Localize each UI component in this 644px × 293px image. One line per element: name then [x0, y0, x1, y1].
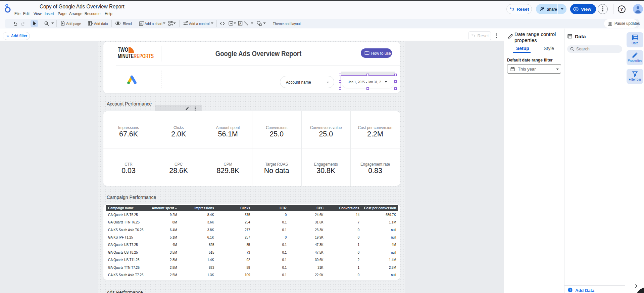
svg-text:?: ?: [620, 7, 623, 12]
svg-text:A: A: [239, 22, 241, 25]
